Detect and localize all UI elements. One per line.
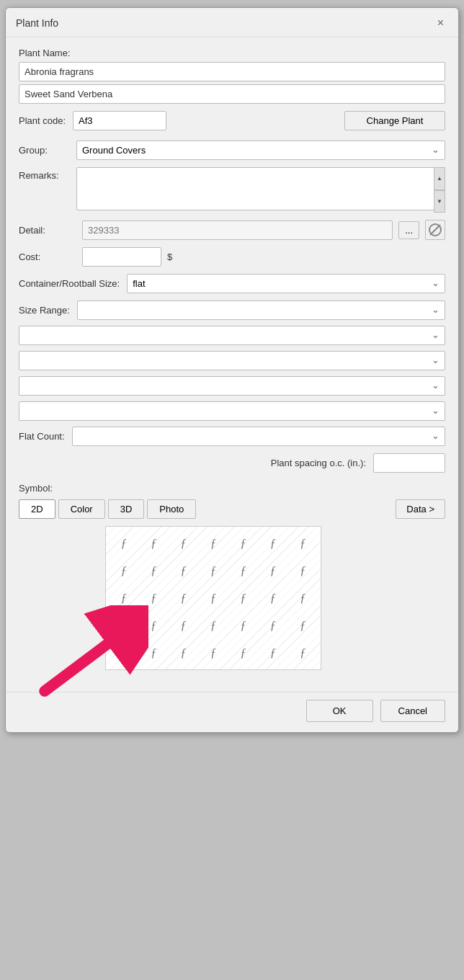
- remarks-textarea-wrapper: ▲ ▼: [76, 167, 445, 213]
- sym-mark: ƒ: [230, 586, 256, 610]
- extra-select-2[interactable]: [19, 351, 445, 370]
- sym-mark: ƒ: [200, 531, 226, 556]
- extra-select-row-1: [19, 326, 445, 345]
- flat-count-select-wrapper: [72, 427, 445, 446]
- plant-common-name-input[interactable]: [19, 84, 445, 104]
- close-button[interactable]: ×: [433, 15, 448, 31]
- svg-line-1: [45, 644, 107, 691]
- sym-mark: ƒ: [290, 558, 316, 583]
- container-select[interactable]: flat: [127, 274, 445, 293]
- sym-mark: ƒ: [170, 558, 197, 583]
- dialog-title: Plant Info: [16, 17, 58, 29]
- extra-select-4-wrapper: [19, 401, 445, 421]
- plant-name-label: Plant Name:: [19, 48, 445, 58]
- symbol-preview-container: ƒ ƒ ƒ ƒ ƒ ƒ ƒ ƒ ƒ ƒ ƒ ƒ ƒ ƒ ƒ: [62, 526, 445, 670]
- spacing-label: Plant spacing o.c. (in.):: [271, 458, 366, 468]
- sym-mark: ƒ: [200, 641, 226, 665]
- sym-mark: ƒ: [110, 558, 137, 583]
- symbol-color-button[interactable]: Color: [58, 499, 105, 519]
- scroll-down-button[interactable]: ▼: [434, 190, 445, 213]
- dialog-content: Plant Name: Plant code: Change Plant Gro…: [6, 37, 458, 692]
- size-range-label: Size Range:: [19, 305, 70, 316]
- sym-mark: ƒ: [259, 558, 286, 583]
- sym-mark: ƒ: [230, 613, 256, 638]
- sym-mark: ƒ: [110, 586, 137, 610]
- size-range-select[interactable]: [77, 300, 445, 320]
- container-select-wrapper: flat: [127, 274, 445, 293]
- sym-mark: ƒ: [140, 558, 166, 583]
- symbol-data-button[interactable]: Data >: [396, 499, 445, 519]
- ok-button[interactable]: OK: [306, 700, 373, 722]
- symbol-3d-button[interactable]: 3D: [108, 499, 145, 519]
- change-plant-button[interactable]: Change Plant: [344, 111, 445, 130]
- container-label: Container/Rootball Size:: [19, 278, 120, 289]
- remarks-textarea[interactable]: [76, 167, 445, 210]
- sym-mark: ƒ: [290, 641, 316, 665]
- sym-mark: ƒ: [259, 613, 286, 638]
- container-row: Container/Rootball Size: flat: [19, 274, 445, 293]
- sym-mark: ƒ: [140, 531, 166, 556]
- sym-mark: ƒ: [140, 641, 166, 665]
- sym-mark: ƒ: [290, 531, 316, 556]
- plant-code-input[interactable]: [73, 111, 166, 130]
- group-select[interactable]: Ground Covers: [76, 141, 445, 160]
- sym-mark: ƒ: [110, 531, 137, 556]
- spacing-input[interactable]: [373, 453, 445, 473]
- cancel-button[interactable]: Cancel: [380, 700, 445, 722]
- sym-mark: ƒ: [110, 641, 137, 665]
- title-bar: Plant Info ×: [6, 8, 458, 37]
- detail-ban-button[interactable]: [425, 220, 445, 240]
- flat-count-select[interactable]: [72, 427, 445, 446]
- size-range-select-wrapper: [77, 300, 445, 320]
- plant-info-dialog: Plant Info × Plant Name: Plant code: Cha…: [5, 7, 459, 733]
- symbol-buttons-row: 2D Color 3D Photo Data >: [19, 499, 445, 519]
- symbol-marks-grid: ƒ ƒ ƒ ƒ ƒ ƒ ƒ ƒ ƒ ƒ ƒ ƒ ƒ ƒ ƒ: [106, 527, 321, 669]
- sym-mark: ƒ: [200, 558, 226, 583]
- remarks-label: Remarks:: [19, 167, 76, 181]
- sym-mark: ƒ: [230, 531, 256, 556]
- symbol-photo-button[interactable]: Photo: [147, 499, 196, 519]
- sym-mark: ƒ: [170, 641, 197, 665]
- extra-select-row-4: [19, 401, 445, 421]
- size-range-row: Size Range:: [19, 300, 445, 320]
- dollar-sign: $: [167, 251, 172, 262]
- scroll-up-button[interactable]: ▲: [434, 167, 445, 190]
- plant-code-row: Plant code: Change Plant: [19, 111, 445, 130]
- extra-select-3[interactable]: [19, 376, 445, 396]
- remarks-row: Remarks: ▲ ▼: [19, 167, 445, 213]
- extra-select-3-wrapper: [19, 376, 445, 396]
- plant-code-label: Plant code:: [19, 115, 66, 126]
- group-select-wrapper: Ground Covers: [76, 141, 445, 160]
- sym-mark: ƒ: [290, 613, 316, 638]
- flat-count-label: Flat Count:: [19, 431, 65, 442]
- group-row: Group: Ground Covers: [19, 141, 445, 160]
- sym-mark: ƒ: [170, 613, 197, 638]
- symbol-label: Symbol:: [19, 483, 445, 494]
- symbol-2d-button[interactable]: 2D: [19, 499, 55, 519]
- cost-input[interactable]: [82, 247, 161, 267]
- extra-select-1-wrapper: [19, 326, 445, 345]
- detail-input[interactable]: [82, 220, 393, 240]
- cost-label: Cost:: [19, 251, 76, 262]
- sym-mark: ƒ: [290, 586, 316, 610]
- detail-row: Detail: ...: [19, 220, 445, 240]
- extra-select-row-2: [19, 351, 445, 370]
- sym-mark: ƒ: [170, 586, 197, 610]
- extra-select-1[interactable]: [19, 326, 445, 345]
- sym-mark: ƒ: [259, 586, 286, 610]
- detail-ellipsis-button[interactable]: ...: [398, 221, 419, 239]
- sym-mark: ƒ: [230, 641, 256, 665]
- sym-mark: ƒ: [230, 558, 256, 583]
- flat-count-row: Flat Count:: [19, 427, 445, 446]
- sym-mark: ƒ: [259, 531, 286, 556]
- sym-mark: ƒ: [140, 613, 166, 638]
- bottom-buttons: OK Cancel: [6, 692, 458, 732]
- extra-select-2-wrapper: [19, 351, 445, 370]
- plant-scientific-name-input[interactable]: [19, 62, 445, 81]
- ban-icon: [429, 223, 442, 236]
- cost-row: Cost: $: [19, 247, 445, 267]
- extra-select-4[interactable]: [19, 401, 445, 421]
- spacing-row: Plant spacing o.c. (in.):: [19, 453, 445, 473]
- detail-label: Detail:: [19, 225, 76, 236]
- extra-select-row-3: [19, 376, 445, 396]
